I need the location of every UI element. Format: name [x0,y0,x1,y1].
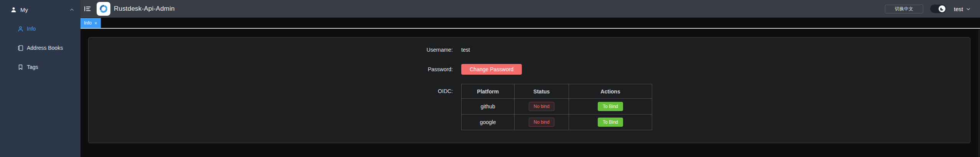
tabs-view-bar: Info × [81,18,980,29]
oidc-table: Platform Status Actions github No bind [461,84,652,130]
oidc-table-header-row: Platform Status Actions [462,84,652,99]
username-label: Username: [89,44,453,55]
user-name: test [954,6,963,12]
to-bind-button[interactable]: To Bind [598,118,623,127]
close-icon[interactable]: × [94,21,97,26]
oidc-label: OIDC: [89,84,453,98]
user-dropdown[interactable]: test [954,6,971,12]
status-badge: No bind [529,118,554,127]
sidebar-item-label: Address Books [27,45,63,51]
app-title: Rustdesk-Api-Admin [114,5,175,13]
oidc-row: OIDC: Platform Status Actions [89,84,970,130]
hamburger-icon[interactable] [84,5,91,13]
column-header-status: Status [515,84,569,99]
sidebar-group-my[interactable]: My [0,0,81,19]
rustdesk-logo [97,2,110,16]
moon-icon [939,5,945,12]
main-content: Username: test Password: Change Password… [81,29,980,157]
account-info-panel: Username: test Password: Change Password… [88,37,970,143]
bookmark-icon [17,64,24,70]
user-outline-icon [17,26,24,32]
actions-cell: To Bind [569,99,652,114]
sidebar-group-label: My [20,7,69,13]
top-header: Rustdesk-Api-Admin 切换中文 test [81,0,980,18]
column-header-actions: Actions [569,84,652,99]
account-form: Username: test Password: Change Password… [89,44,970,130]
language-switch-button[interactable]: 切换中文 [885,5,923,13]
username-row: Username: test [89,44,970,55]
chevron-up-icon [69,7,74,12]
to-bind-button[interactable]: To Bind [598,102,623,111]
status-cell: No bind [515,99,569,114]
sidebar-item-info[interactable]: Info [0,19,81,38]
sidebar-item-address-books[interactable]: Address Books [0,38,81,57]
sidebar: My Info Address Books [0,0,81,157]
dark-mode-toggle[interactable] [930,5,946,13]
password-label: Password: [89,64,453,75]
tab-info[interactable]: Info × [81,18,101,28]
platform-cell: github [462,99,515,114]
chevron-down-icon [966,7,971,11]
actions-cell: To Bind [569,114,652,130]
table-row-google: google No bind To Bind [462,114,652,130]
status-badge: No bind [529,102,554,111]
username-value: test [461,44,470,55]
password-row: Password: Change Password [89,64,970,75]
platform-cell: google [462,114,515,130]
table-row-github: github No bind To Bind [462,99,652,114]
tab-label: Info [84,20,92,26]
sidebar-item-tags[interactable]: Tags [0,57,81,77]
address-book-icon [17,45,24,51]
change-password-button[interactable]: Change Password [461,64,522,75]
header-right-cluster: 切换中文 test [885,5,980,13]
app-window: My Info Address Books [0,0,980,157]
user-icon [10,7,17,13]
scrollbar-track[interactable] [978,29,980,157]
status-cell: No bind [515,114,569,130]
sidebar-item-label: Info [27,26,36,32]
column-header-platform: Platform [462,84,515,99]
sidebar-item-label: Tags [27,64,38,70]
